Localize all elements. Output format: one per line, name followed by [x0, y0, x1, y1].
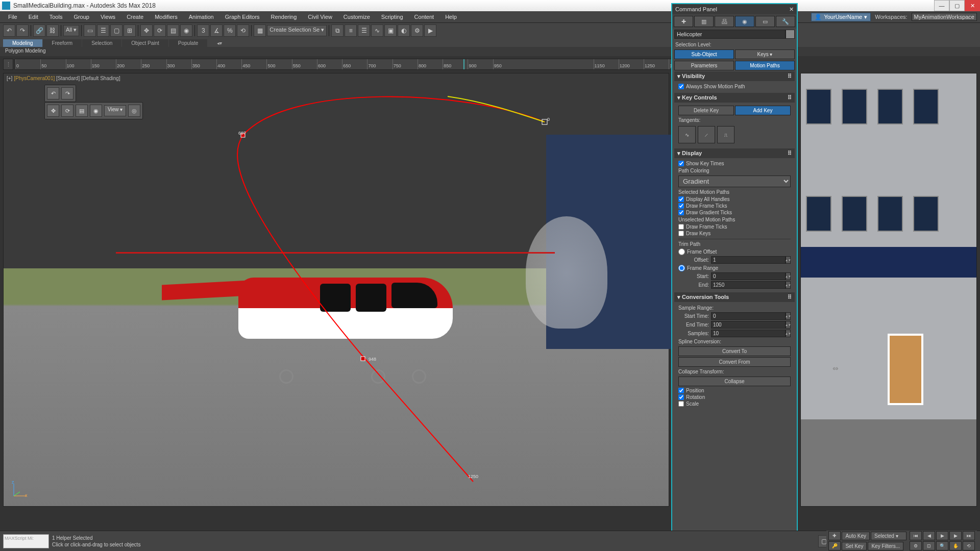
- orbit-button[interactable]: ⟲: [963, 541, 975, 550]
- rotate-button[interactable]: ⟳: [154, 24, 166, 37]
- set-key-key-button[interactable]: 🔑: [828, 541, 841, 550]
- always-show-path-checkbox[interactable]: Always Show Motion Path: [678, 83, 791, 90]
- spinner-snap-button[interactable]: ⟲: [237, 24, 249, 37]
- rectangular-region-button[interactable]: ▢: [110, 24, 122, 37]
- timeline-config-button[interactable]: ⋮: [3, 59, 13, 70]
- select-object-button[interactable]: ▭: [84, 24, 96, 37]
- offset-spinner[interactable]: [711, 256, 786, 264]
- object-color-swatch[interactable]: [786, 30, 795, 39]
- end-time-spinner[interactable]: [711, 321, 786, 329]
- object-name-field[interactable]: [674, 30, 786, 39]
- menu-scripting[interactable]: Scripting: [376, 13, 408, 21]
- menu-group[interactable]: Group: [68, 13, 94, 21]
- tab-hierarchy[interactable]: 品: [715, 16, 734, 27]
- menu-views[interactable]: Views: [95, 13, 120, 21]
- frame-range-radio[interactable]: Frame Range: [678, 264, 791, 272]
- ribbon-tab-modeling[interactable]: Modeling: [3, 39, 42, 47]
- unsel-draw-ticks-checkbox[interactable]: Draw Frame Ticks: [678, 223, 791, 230]
- ribbon-collapse[interactable]: ◂▾: [208, 39, 231, 47]
- move-button[interactable]: ✥: [140, 24, 153, 37]
- percent-snap-button[interactable]: %: [224, 24, 236, 37]
- goto-end-button[interactable]: ⏭: [963, 531, 975, 540]
- selection-filter-dropdown[interactable]: All ▾: [63, 25, 79, 36]
- schematic-view-button[interactable]: ▣: [384, 24, 397, 37]
- tangent-smooth-button[interactable]: ∿: [678, 126, 696, 143]
- start-spinner[interactable]: [711, 272, 786, 280]
- display-handles-checkbox[interactable]: Display All Handles: [678, 196, 791, 203]
- menu-content[interactable]: Content: [409, 13, 439, 21]
- key-filters-button[interactable]: Key Filters...: [868, 542, 903, 550]
- sub-object-button[interactable]: Sub-Object: [674, 49, 734, 59]
- time-config-button[interactable]: ⚙: [910, 541, 922, 550]
- next-frame-button[interactable]: ▶: [949, 531, 962, 540]
- motion-paths-button[interactable]: Motion Paths: [735, 61, 795, 70]
- goto-start-button[interactable]: ⏮: [910, 531, 922, 540]
- scale-checkbox[interactable]: Scale: [678, 400, 791, 407]
- link-button[interactable]: 🔗: [33, 24, 45, 37]
- scale-button[interactable]: ▤: [167, 24, 179, 37]
- parameters-button[interactable]: Parameters: [674, 61, 734, 70]
- window-crossing-button[interactable]: ⊞: [124, 24, 136, 37]
- menu-help[interactable]: Help: [440, 13, 462, 21]
- maxscript-listener[interactable]: MAXScript Mi:: [3, 534, 49, 548]
- unlink-button[interactable]: ⛓: [46, 24, 59, 37]
- layer-button[interactable]: ☰: [358, 24, 370, 37]
- menu-modifiers[interactable]: Modifiers: [150, 13, 183, 21]
- zoom-button[interactable]: 🔍: [936, 541, 948, 550]
- rotation-checkbox[interactable]: Rotation: [678, 394, 791, 400]
- set-key-plus-button[interactable]: ✚: [828, 531, 841, 540]
- render-frame-button[interactable]: ▶: [424, 24, 436, 37]
- tab-utilities[interactable]: 🔧: [776, 16, 795, 27]
- undo-button[interactable]: ↶: [3, 24, 15, 37]
- pan-button[interactable]: ✋: [949, 541, 962, 550]
- play-button[interactable]: ▶: [936, 531, 948, 540]
- menu-grapheditors[interactable]: Graph Editors: [220, 13, 265, 21]
- material-editor-button[interactable]: ◐: [398, 24, 410, 37]
- redo-button[interactable]: ↷: [16, 24, 29, 37]
- mirror-button[interactable]: ⧉: [331, 24, 344, 37]
- angle-snap-button[interactable]: ∡: [210, 24, 223, 37]
- named-selection-button[interactable]: ▦: [254, 24, 266, 37]
- placement-button[interactable]: ◉: [180, 24, 192, 37]
- menu-animation[interactable]: Animation: [184, 13, 219, 21]
- end-spinner[interactable]: [711, 281, 786, 289]
- frame-offset-radio[interactable]: Frame Offset: [678, 248, 791, 256]
- align-button[interactable]: ≡: [345, 24, 357, 37]
- timeline-ruler[interactable]: 0501001502002503003504004505005506006507…: [15, 59, 745, 70]
- viewport-secondary[interactable]: ⇔: [800, 73, 977, 507]
- select-by-name-button[interactable]: ☰: [97, 24, 109, 37]
- start-time-spinner[interactable]: [711, 312, 786, 320]
- auto-key-button[interactable]: Auto Key: [842, 532, 870, 540]
- maximize-button[interactable]: ▢: [949, 0, 965, 11]
- tab-motion[interactable]: ◉: [735, 16, 754, 27]
- rollout-menu-icon[interactable]: ⠿: [788, 73, 792, 80]
- menu-rendering[interactable]: Rendering: [266, 13, 302, 21]
- command-panel-close-icon[interactable]: ✕: [789, 6, 794, 13]
- curve-editor-button[interactable]: ∿: [371, 24, 383, 37]
- menu-civilview[interactable]: Civil View: [303, 13, 337, 21]
- prev-frame-button[interactable]: ◀: [923, 531, 935, 540]
- menu-edit[interactable]: Edit: [23, 13, 43, 21]
- key-mode-dropdown[interactable]: Selected ▾: [871, 532, 906, 540]
- unsel-draw-keys-checkbox[interactable]: Draw Keys: [678, 230, 791, 237]
- tangent-step-button[interactable]: ⎍: [717, 126, 734, 143]
- tab-display[interactable]: ▭: [755, 16, 775, 27]
- user-account-button[interactable]: 👤 YourUserName ▾: [811, 13, 871, 21]
- samples-spinner[interactable]: [711, 330, 786, 337]
- viewport-perspective[interactable]: [+] [PhysCamera001] [Standard] [Default …: [3, 73, 669, 507]
- ribbon-tab-freeform[interactable]: Freeform: [43, 39, 82, 47]
- rollout-menu-icon[interactable]: ⠿: [788, 294, 792, 300]
- convert-to-button[interactable]: Convert To: [678, 346, 791, 356]
- zoom-extents-button[interactable]: ⊡: [923, 541, 935, 550]
- menu-file[interactable]: File: [3, 13, 22, 21]
- draw-gradient-ticks-checkbox[interactable]: Draw Gradient Ticks: [678, 209, 791, 216]
- ribbon-tab-selection[interactable]: Selection: [82, 39, 121, 47]
- keys-dropdown[interactable]: Keys ▾: [735, 49, 795, 59]
- ribbon-tab-objectpaint[interactable]: Object Paint: [122, 39, 168, 47]
- snap-toggle-button[interactable]: 3: [197, 24, 209, 37]
- add-key-button[interactable]: Add Key: [735, 106, 791, 115]
- menu-create[interactable]: Create: [121, 13, 149, 21]
- render-setup-button[interactable]: ⚙: [411, 24, 423, 37]
- close-button[interactable]: ✕: [965, 0, 980, 11]
- workspace-dropdown[interactable]: MyAnimationWorkspace: [912, 13, 977, 21]
